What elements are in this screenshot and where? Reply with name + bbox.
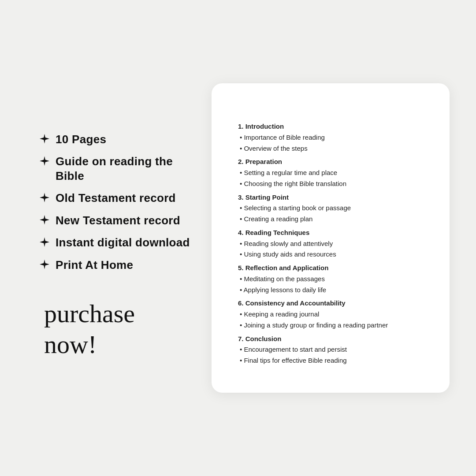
toc-bullet: • Reading slowly and attentively (238, 238, 423, 249)
toc-heading: 2. Preparation (238, 156, 423, 167)
feature-label: Print At Home (56, 258, 133, 272)
left-panel: 10 PagesGuide on reading the BibleOld Te… (26, 116, 212, 360)
sparkle-icon (40, 260, 49, 269)
toc-bullet: • Keeping a reading journal (238, 309, 423, 320)
purchase-cta: purchasenow! (40, 298, 203, 360)
toc-heading: 5. Reflection and Application (238, 263, 423, 274)
feature-item-new-testament: New Testament record (40, 213, 203, 228)
toc-heading: 1. Introduction (238, 121, 423, 132)
toc-bullet: • Final tips for effective Bible reading (238, 355, 423, 366)
main-container: 10 PagesGuide on reading the BibleOld Te… (0, 0, 476, 476)
sparkle-icon (40, 156, 49, 166)
toc-bullet: • Using study aids and resources (238, 249, 423, 260)
feature-item-print: Print At Home (40, 258, 203, 272)
toc-content: 1. Introduction• Importance of Bible rea… (238, 119, 423, 366)
toc-bullet: • Creating a reading plan (238, 214, 423, 225)
toc-bullet: • Selecting a starting book or passage (238, 203, 423, 214)
feature-label: Old Testament record (56, 191, 176, 205)
toc-heading: 7. Conclusion (238, 334, 423, 345)
sparkle-icon (40, 193, 49, 202)
sparkle-icon (40, 134, 49, 144)
toc-bullet: • Joining a study group or finding a rea… (238, 320, 423, 331)
toc-bullet: • Importance of Bible reading (238, 132, 423, 143)
toc-heading: 3. Starting Point (238, 192, 423, 203)
feature-list: 10 PagesGuide on reading the BibleOld Te… (40, 132, 203, 272)
toc-bullet: • Setting a regular time and place (238, 167, 423, 178)
right-panel: 1. Introduction• Importance of Bible rea… (212, 83, 450, 393)
feature-item-digital: Instant digital download (40, 235, 203, 250)
feature-item-old-testament: Old Testament record (40, 191, 203, 205)
toc-heading: 6. Consistency and Accountability (238, 298, 423, 309)
sparkle-icon (40, 215, 49, 225)
feature-item-pages: 10 Pages (40, 132, 203, 147)
feature-label: Instant digital download (56, 235, 190, 250)
toc-bullet: • Applying lessons to daily life (238, 285, 423, 296)
feature-item-guide: Guide on reading the Bible (40, 154, 203, 183)
toc-bullet: • Meditating on the passages (238, 274, 423, 285)
sparkle-icon (40, 237, 49, 247)
toc-bullet: • Choosing the right Bible translation (238, 178, 423, 190)
toc-bullet: • Encouragement to start and persist (238, 344, 423, 355)
feature-label: New Testament record (56, 213, 180, 228)
toc-heading: 4. Reading Techniques (238, 227, 423, 238)
toc-bullet: • Overview of the steps (238, 143, 423, 154)
feature-label: Guide on reading the Bible (56, 154, 203, 183)
feature-label: 10 Pages (56, 132, 106, 147)
